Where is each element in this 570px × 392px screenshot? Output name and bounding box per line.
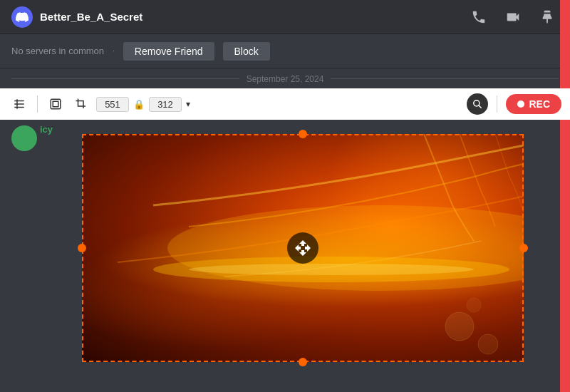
username-title: Better_Be_A_Secret [40,11,460,23]
dimension-height: 312 [149,97,182,112]
svg-rect-4 [51,99,61,109]
screenshot-toolbar: 551 🔒 312 ▾ REC [0,88,570,120]
capture-icon[interactable] [45,93,66,115]
screenshot-wrapper [82,134,524,362]
block-button[interactable]: Block [223,42,270,61]
title-bar-actions [467,6,559,29]
main-content: icy [0,120,570,389]
svg-line-7 [479,105,482,108]
video-icon[interactable] [502,6,524,29]
date-text: September 25, 2024 [247,74,324,84]
call-icon[interactable] [467,6,490,29]
app-logo [11,6,33,28]
date-separator: September 25, 2024 [0,68,570,88]
svg-point-13 [467,298,481,312]
toolbar-left: 551 🔒 312 ▾ [9,93,190,115]
toolbar-divider-1 [37,96,38,113]
handle-left-center[interactable] [78,244,86,252]
handle-top-center[interactable] [299,130,307,138]
rec-label: REC [529,98,550,110]
width-value[interactable]: 551 [96,97,129,112]
grid-tool-icon[interactable] [9,93,30,115]
selection-container[interactable] [82,134,524,362]
no-servers-text: No servers in common [11,46,104,56]
toolbar-divider-2 [497,96,497,113]
magnifier-icon[interactable] [467,93,488,115]
move-icon[interactable] [287,232,318,264]
svg-point-11 [445,312,474,341]
chevron-down-icon[interactable]: ▾ [186,99,190,109]
crop-icon[interactable] [71,93,92,115]
right-sidebar-strip [560,0,570,392]
dot-separator: · [113,47,115,55]
avatar [11,125,37,151]
rec-button[interactable]: REC [506,94,561,114]
title-bar: Better_Be_A_Secret [0,0,570,34]
handle-bottom-center[interactable] [299,358,307,366]
friends-bar: No servers in common · Remove Friend Blo… [0,34,570,68]
message-username: icy [40,124,53,135]
svg-point-12 [478,334,498,354]
height-value[interactable]: 312 [149,97,182,112]
dimension-width: 551 [96,97,129,112]
handle-right-center[interactable] [519,244,528,252]
lock-icon: 🔒 [133,99,145,110]
rec-dot-icon [517,100,524,108]
svg-rect-5 [53,101,58,107]
svg-point-10 [189,264,474,275]
remove-friend-button[interactable]: Remove Friend [123,42,214,61]
pin-icon[interactable] [536,6,559,29]
